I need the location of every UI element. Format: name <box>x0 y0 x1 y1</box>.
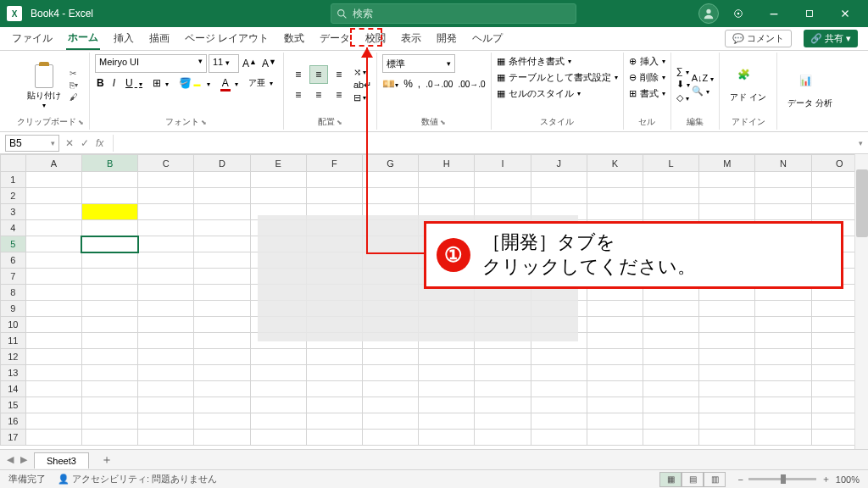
tab-review[interactable]: 校閲 <box>364 28 387 49</box>
cell-H16[interactable] <box>419 413 475 430</box>
cell-L13[interactable] <box>643 365 699 381</box>
cell-F1[interactable] <box>306 172 362 188</box>
cell-J14[interactable] <box>531 381 587 397</box>
format-painter-button[interactable]: 🖌 <box>70 92 78 102</box>
cell-G15[interactable] <box>363 397 419 413</box>
cell-C7[interactable] <box>138 269 194 285</box>
cell-D2[interactable] <box>194 188 250 204</box>
cell-D11[interactable] <box>194 333 250 349</box>
cell-L1[interactable] <box>643 172 699 188</box>
cell-G1[interactable] <box>363 172 419 188</box>
cell-B6[interactable] <box>81 252 137 269</box>
cell-M13[interactable] <box>699 365 755 381</box>
row-header-7[interactable]: 7 <box>1 269 26 285</box>
cell-D15[interactable] <box>194 397 250 413</box>
cell-D12[interactable] <box>194 349 250 365</box>
cell-H17[interactable] <box>419 430 475 446</box>
currency-button[interactable]: 💴▾ <box>382 78 398 90</box>
cell-A6[interactable] <box>25 252 81 269</box>
orientation-button[interactable]: ⤭ ▾ <box>353 67 371 78</box>
cell-C17[interactable] <box>138 430 194 446</box>
row-header-10[interactable]: 10 <box>1 317 26 333</box>
delete-cells-button[interactable]: ⊖ 削除 ▾ <box>629 71 665 84</box>
cell-K13[interactable] <box>587 365 643 381</box>
align-bottom-button[interactable]: ≡ <box>330 65 348 84</box>
col-header-K[interactable]: K <box>587 155 643 172</box>
cell-styles-button[interactable]: ▦ セルのスタイル ▾ <box>497 87 581 100</box>
cell-A17[interactable] <box>25 430 81 446</box>
find-select-button[interactable]: 🔍 ▾ <box>692 86 715 97</box>
cell-C1[interactable] <box>138 172 194 188</box>
cell-M10[interactable] <box>699 317 755 333</box>
cell-B12[interactable] <box>81 349 137 365</box>
cell-E14[interactable] <box>250 381 306 397</box>
cell-A4[interactable] <box>25 220 81 236</box>
share-button[interactable]: 🔗 共有 ▾ <box>804 30 858 47</box>
cell-K2[interactable] <box>587 188 643 204</box>
cell-K15[interactable] <box>587 397 643 413</box>
zoom-level[interactable]: 100% <box>836 474 860 485</box>
cell-C6[interactable] <box>138 252 194 269</box>
cell-J15[interactable] <box>531 397 587 413</box>
cell-N14[interactable] <box>755 381 811 397</box>
row-header-2[interactable]: 2 <box>1 188 26 204</box>
cell-F13[interactable] <box>306 365 362 381</box>
close-button[interactable] <box>829 0 861 27</box>
cell-A7[interactable] <box>25 269 81 285</box>
row-header-6[interactable]: 6 <box>1 252 26 269</box>
status-accessibility[interactable]: 👤 アクセシビリティ: 問題ありません <box>58 473 217 485</box>
cell-D16[interactable] <box>194 413 250 430</box>
cell-C5[interactable] <box>138 236 194 252</box>
tab-home[interactable]: ホーム <box>66 27 100 50</box>
sort-filter-button[interactable]: A↓Z ▾ <box>692 73 715 83</box>
cut-button[interactable]: ✂ <box>70 69 78 78</box>
cell-H1[interactable] <box>419 172 475 188</box>
font-size-select[interactable]: 11 ▾ <box>209 54 239 73</box>
sheet-nav-next[interactable]: ▶ <box>20 454 27 465</box>
cell-B10[interactable] <box>81 317 137 333</box>
tab-help[interactable]: ヘルプ <box>470 28 504 49</box>
col-header-D[interactable]: D <box>194 155 250 172</box>
cell-I15[interactable] <box>475 397 531 413</box>
cell-M14[interactable] <box>699 381 755 397</box>
tab-page-layout[interactable]: ページ レイアウト <box>183 28 270 49</box>
insert-cells-button[interactable]: ⊕ 挿入 ▾ <box>629 55 665 68</box>
cell-G16[interactable] <box>363 413 419 430</box>
cell-E13[interactable] <box>250 365 306 381</box>
cell-A1[interactable] <box>25 172 81 188</box>
cell-K3[interactable] <box>587 204 643 220</box>
cell-B17[interactable] <box>81 430 137 446</box>
col-header-J[interactable]: J <box>531 155 587 172</box>
font-dialog-icon[interactable]: ⬊ <box>201 119 207 126</box>
row-header-13[interactable]: 13 <box>1 365 26 381</box>
cell-B1[interactable] <box>81 172 137 188</box>
cell-D3[interactable] <box>194 204 250 220</box>
conditional-format-button[interactable]: ▦ 条件付き書式 ▾ <box>497 55 571 68</box>
cell-E2[interactable] <box>250 188 306 204</box>
cell-E1[interactable] <box>250 172 306 188</box>
view-page-break-button[interactable]: ▥ <box>704 472 726 487</box>
cell-C13[interactable] <box>138 365 194 381</box>
fill-color-button[interactable]: 🪣▬ ▾ <box>177 77 213 89</box>
minimize-button[interactable] <box>758 0 790 27</box>
col-header-F[interactable]: F <box>306 155 362 172</box>
cell-L15[interactable] <box>643 397 699 413</box>
cell-J12[interactable] <box>531 349 587 365</box>
cell-C4[interactable] <box>138 220 194 236</box>
zoom-out-button[interactable]: − <box>737 474 743 485</box>
cell-K9[interactable] <box>587 301 643 317</box>
col-header-B[interactable]: B <box>81 155 137 172</box>
name-box[interactable]: B5▾ <box>5 135 59 152</box>
cell-L14[interactable] <box>643 381 699 397</box>
cell-I14[interactable] <box>475 381 531 397</box>
row-header-3[interactable]: 3 <box>1 204 26 220</box>
cell-M9[interactable] <box>699 301 755 317</box>
cell-B8[interactable] <box>81 285 137 301</box>
cell-F2[interactable] <box>306 188 362 204</box>
cell-E17[interactable] <box>250 430 306 446</box>
cell-C8[interactable] <box>138 285 194 301</box>
cell-N17[interactable] <box>755 430 811 446</box>
cell-K16[interactable] <box>587 413 643 430</box>
cell-L16[interactable] <box>643 413 699 430</box>
sheet-nav-prev[interactable]: ◀ <box>7 454 14 465</box>
